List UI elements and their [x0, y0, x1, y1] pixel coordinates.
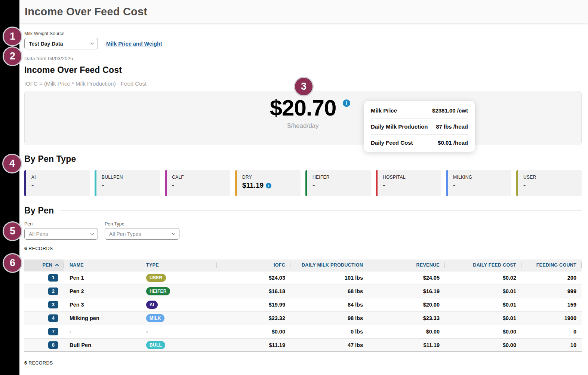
- pen-type-card-user: USER-: [516, 170, 582, 196]
- pen-type-cell: -: [140, 325, 217, 338]
- revenue-cell: $20.00: [368, 298, 445, 311]
- pen-number-badge: 4: [48, 314, 58, 322]
- table-row[interactable]: 2Pen 2HEIFER$16.1868 lbs$16.19$0.01999: [24, 285, 582, 298]
- by-pen-type-title: By Pen Type: [24, 154, 76, 164]
- annotation-badge-3: 3: [295, 78, 313, 95]
- pen-type-cell: BULL: [140, 338, 217, 352]
- feeding-count-cell: 10: [521, 338, 582, 352]
- annotation-badge-5: 5: [4, 222, 21, 240]
- table-row[interactable]: 8Bull PenBULL$11.1947 lbs$11.19$0.0010: [24, 338, 582, 352]
- revenue-cell: $23.33: [368, 311, 445, 325]
- by-pen-filters: Pen All Pens Pen Type All Pen Types: [24, 221, 582, 240]
- pen-number-badge: 3: [48, 301, 58, 308]
- heading-rule: [82, 159, 582, 159]
- pen-select[interactable]: All Pens: [24, 228, 98, 240]
- daily-milk-production-cell: 98 lbs: [290, 311, 368, 325]
- pen-type-pill: HEIFER: [146, 287, 170, 295]
- data-from-date: Data from 04/03/2025: [24, 56, 582, 61]
- pens-table: PENNAMETYPEIOFCDAILY MILK PRODUCTIONREVE…: [24, 259, 582, 352]
- pen-type-pill: MILK: [146, 314, 164, 322]
- pen-type-card-hospital: HOSPITAL-: [376, 170, 441, 196]
- pen-type-pill: AI: [146, 301, 158, 309]
- pen-type-card-bullpen: BULLPEN-: [95, 170, 160, 196]
- pen-type-select[interactable]: All Pen Types: [105, 228, 179, 240]
- revenue-cell: $16.19: [368, 285, 445, 298]
- pen-number-badge: 2: [48, 288, 58, 295]
- pen-type-card-milking: MILKING-: [446, 170, 511, 196]
- pen-type-card-label: USER: [523, 175, 579, 180]
- pen-type-card-value: -: [172, 181, 227, 190]
- pen-type-select-value: All Pen Types: [109, 231, 141, 237]
- info-icon[interactable]: i: [343, 99, 350, 107]
- column-header-daily-feed-cost[interactable]: DAILY FEED COST: [445, 259, 521, 271]
- column-header-label: PEN: [42, 262, 52, 268]
- pen-type-card-calf: CALF-: [165, 170, 230, 196]
- by-pen-type-heading: By Pen Type: [24, 154, 582, 164]
- pen-type-card-value: -: [383, 181, 438, 190]
- milk-weight-source-label: Milk Weight Source: [24, 31, 582, 36]
- iofc-section-heading: Income Over Feed Cost: [24, 65, 582, 75]
- table-row[interactable]: 7--$0.000 lbs$0.00$0.000: [24, 325, 582, 338]
- pen-type-card-label: HOSPITAL: [383, 175, 438, 180]
- iofc-detail-row: Milk Price$2381.00 /cwt: [371, 102, 468, 119]
- iofc-detail-row: Daily Feed Cost$0.01 /head: [371, 135, 468, 150]
- pen-cell: 4: [24, 311, 64, 325]
- heading-rule: [127, 70, 582, 70]
- table-row[interactable]: 3Pen 3AI$19.9984 lbs$20.00$0.01159: [24, 298, 582, 311]
- daily-milk-production-cell: 68 lbs: [290, 285, 368, 298]
- pen-type-filter-label: Pen Type: [105, 221, 179, 227]
- detail-value: 87 lbs /head: [436, 123, 468, 130]
- chevron-down-icon: [172, 231, 176, 235]
- column-header-type[interactable]: TYPE: [140, 259, 217, 271]
- iofc-details-card: Milk Price$2381.00 /cwtDaily Milk Produc…: [364, 101, 475, 152]
- pen-select-value: All Pens: [29, 231, 48, 237]
- pen-type-card-label: HEIFER: [313, 175, 368, 180]
- table-row[interactable]: 1Pen 1USER$24.03101 lbs$24.05$0.02200: [24, 271, 582, 285]
- by-pen-title: By Pen: [24, 206, 54, 216]
- pen-type-card-ai: AI-: [24, 170, 90, 196]
- annotation-badge-2: 2: [4, 47, 21, 65]
- heading-rule: [59, 210, 582, 211]
- column-header-label: TYPE: [146, 262, 159, 268]
- iofc-cell: $19.99: [217, 298, 290, 311]
- column-header-iofc[interactable]: IOFC: [217, 259, 290, 271]
- column-header-name[interactable]: NAME: [64, 259, 140, 271]
- detail-label: Milk Price: [371, 107, 397, 114]
- iofc-cell: $11.19: [217, 338, 290, 352]
- column-header-label: DAILY MILK PRODUCTION: [302, 262, 363, 268]
- column-header-label: DAILY FEED COST: [473, 262, 516, 268]
- iofc-cell: $0.00: [217, 325, 290, 338]
- chevron-down-icon: [90, 231, 94, 235]
- pen-name-cell: Pen 3: [64, 298, 140, 311]
- main-area: Income Over Feed Cost Milk Weight Source…: [19, 0, 588, 375]
- pen-type-card-heifer: HEIFER-: [305, 170, 371, 196]
- pen-type-cell: HEIFER: [140, 285, 217, 298]
- column-header-daily-milk-production[interactable]: DAILY MILK PRODUCTION: [290, 259, 368, 271]
- detail-label: Daily Feed Cost: [371, 139, 413, 146]
- pen-type-pill: USER: [146, 274, 166, 282]
- table-header-row: PENNAMETYPEIOFCDAILY MILK PRODUCTIONREVE…: [24, 259, 582, 271]
- milk-weight-source-select[interactable]: Test Day Data: [24, 38, 98, 49]
- pen-name-cell: Pen 1: [64, 271, 140, 285]
- pen-cell: 2: [24, 285, 64, 298]
- pen-type-card-value: -: [31, 181, 87, 190]
- pen-cell: 3: [24, 298, 64, 311]
- info-icon[interactable]: i: [266, 183, 271, 188]
- annotation-badge-6: 6: [4, 254, 21, 272]
- daily-feed-cost-cell: $0.01: [445, 298, 521, 311]
- page-title: Income Over Feed Cost: [25, 6, 147, 18]
- feeding-count-cell: 200: [521, 271, 582, 285]
- column-header-pen[interactable]: PEN: [24, 259, 64, 271]
- pen-cell: 1: [24, 271, 64, 285]
- milk-price-and-weight-link[interactable]: Milk Price and Weight: [106, 41, 162, 47]
- pen-number-badge: 7: [48, 328, 58, 335]
- column-header-feeding-count[interactable]: FEEDING COUNT: [521, 259, 582, 271]
- detail-value: $2381.00 /cwt: [432, 107, 468, 114]
- pen-name-cell: -: [64, 325, 140, 338]
- table-row[interactable]: 4Milking penMILK$23.3298 lbs$23.33$0.011…: [24, 311, 582, 325]
- column-header-revenue[interactable]: REVENUE: [368, 259, 445, 271]
- pen-type-pill: BULL: [146, 341, 165, 349]
- iofc-cell: $23.32: [217, 311, 290, 325]
- iofc-cell: $16.18: [217, 285, 290, 298]
- pen-type-cell: MILK: [140, 311, 217, 325]
